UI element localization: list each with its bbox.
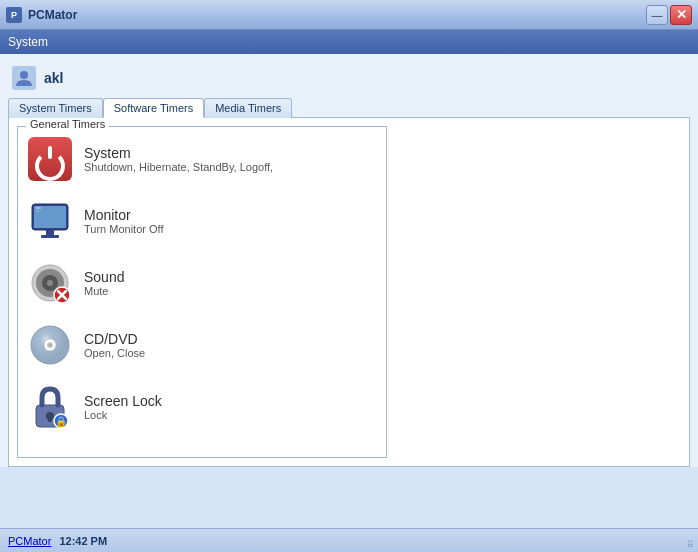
general-timers-legend: General Timers: [26, 118, 109, 130]
timer-subtitle-monitor: Turn Monitor Off: [84, 223, 163, 235]
timer-subtitle-sound: Mute: [84, 285, 108, 297]
timer-title-system: System: [84, 145, 131, 161]
tab-software-timers[interactable]: Software Timers: [103, 98, 204, 118]
status-bar: PCMator 12:42 PM ⠿: [0, 528, 698, 552]
svg-point-0: [20, 71, 28, 79]
svg-rect-3: [46, 230, 54, 235]
svg-rect-4: [41, 235, 59, 238]
status-time: 12:42 PM: [59, 535, 107, 547]
timer-item-sound[interactable]: Sound Mute: [28, 261, 376, 305]
svg-point-10: [47, 280, 53, 286]
timer-title-monitor: Monitor: [84, 207, 131, 223]
timer-item-system[interactable]: System Shutdown, Hibernate, StandBy, Log…: [28, 137, 376, 181]
title-bar-left: P PCMator: [6, 7, 77, 23]
timer-info-sound: Sound Mute: [84, 269, 124, 297]
timer-title-screenlock: Screen Lock: [84, 393, 162, 409]
timer-subtitle-cddvd: Open, Close: [84, 347, 145, 359]
user-avatar: [12, 66, 36, 90]
tab-media-timers[interactable]: Media Timers: [204, 98, 292, 118]
user-section: akl: [8, 60, 690, 96]
svg-rect-21: [48, 416, 52, 422]
timer-info-monitor: Monitor Turn Monitor Off: [84, 207, 163, 235]
lock-icon: 🔒: [28, 385, 72, 429]
status-link[interactable]: PCMator: [8, 535, 51, 547]
timer-title-cddvd: CD/DVD: [84, 331, 138, 347]
tab-system-timers[interactable]: System Timers: [8, 98, 103, 118]
sound-icon: [28, 261, 72, 305]
svg-point-18: [49, 344, 52, 347]
app-icon: P: [6, 7, 22, 23]
timer-info-cddvd: CD/DVD Open, Close: [84, 331, 145, 359]
close-button[interactable]: ✕: [670, 5, 692, 25]
svg-rect-2: [34, 206, 66, 228]
menu-bar: System: [0, 30, 698, 54]
main-content: akl System Timers Software Timers Media …: [0, 54, 698, 467]
resize-grip: ⠿: [687, 540, 694, 550]
title-bar-controls: — ✕: [646, 5, 692, 25]
panel-area: General Timers System Shutdown, Hibernat…: [8, 117, 690, 467]
power-icon: [28, 137, 72, 181]
minimize-button[interactable]: —: [646, 5, 668, 25]
menu-item-system[interactable]: System: [8, 35, 48, 49]
title-text: PCMator: [28, 8, 77, 22]
timer-item-monitor[interactable]: Monitor Turn Monitor Off: [28, 199, 376, 243]
cddvd-icon: [28, 323, 72, 367]
timer-info-screenlock: Screen Lock Lock: [84, 393, 162, 421]
timer-subtitle-system: Shutdown, Hibernate, StandBy, Logoff,: [84, 161, 273, 173]
general-timers: General Timers System Shutdown, Hibernat…: [17, 126, 387, 458]
user-name: akl: [44, 70, 63, 86]
timer-title-sound: Sound: [84, 269, 124, 285]
timer-subtitle-screenlock: Lock: [84, 409, 107, 421]
svg-text:🔒: 🔒: [55, 415, 68, 428]
timer-item-screenlock[interactable]: 🔒 Screen Lock Lock: [28, 385, 376, 429]
title-bar: P PCMator — ✕: [0, 0, 698, 30]
timer-item-cddvd[interactable]: CD/DVD Open, Close: [28, 323, 376, 367]
tabs: System Timers Software Timers Media Time…: [8, 98, 690, 118]
monitor-icon: [28, 199, 72, 243]
timer-info-system: System Shutdown, Hibernate, StandBy, Log…: [84, 145, 273, 173]
